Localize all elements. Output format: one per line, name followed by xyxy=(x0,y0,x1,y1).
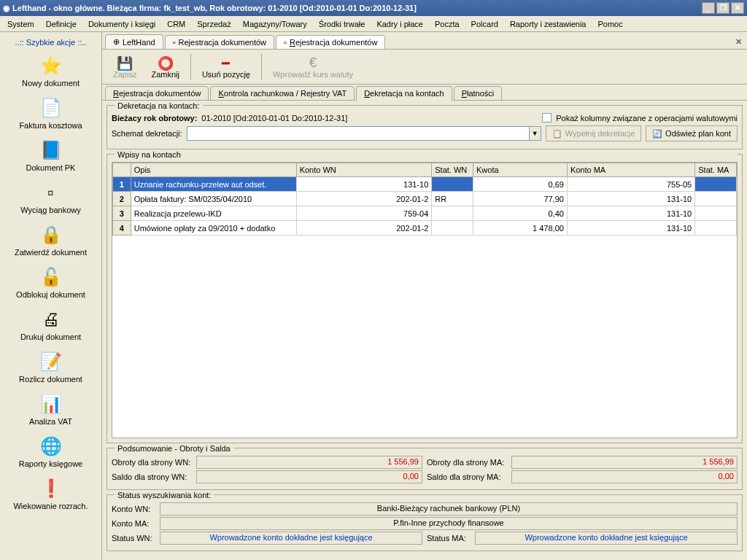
fill-decree-button[interactable]: 📋 Wypełnij dekretacje xyxy=(546,125,641,141)
cell[interactable]: 0,69 xyxy=(473,177,568,192)
cell[interactable]: 131-10 xyxy=(567,192,694,206)
tab-label: Rejestracja dokumentów xyxy=(290,38,377,47)
refresh-plan-button[interactable]: 🔄 Odśwież plan kont xyxy=(646,125,738,141)
sidebar-rozlicz-dokument[interactable]: 📝Rozlicz dokument xyxy=(0,346,101,388)
cell[interactable]: 131-10 xyxy=(567,206,694,221)
doctab-rejestracja-dokument-w[interactable]: ▫Rejestracja dokumentów xyxy=(165,35,274,49)
sidebar-odblokuj-dokument[interactable]: 🔓Odblokuj dokument xyxy=(0,261,101,303)
sidebar-zatwierd-dokument[interactable]: 🔒Zatwierdź dokument xyxy=(0,219,101,261)
sidebar-icon: 📘 xyxy=(39,139,63,162)
status-wn-value: Wprowadzone konto dokładne jest księgują… xyxy=(160,532,422,545)
status-ma-label: Status MA: xyxy=(427,534,471,542)
cell[interactable]: 755-05 xyxy=(567,177,694,192)
currency-rate-button[interactable]: € Wprowadź kurs waluty xyxy=(266,53,360,81)
cell[interactable]: 202-01-2 xyxy=(296,192,432,206)
status-title: Status wyszukiwania kont: xyxy=(115,491,214,499)
sidebar-raporty-ksi-gowe[interactable]: 🌐Raporty księgowe xyxy=(0,430,101,472)
menu-dokumenty-i-ksi-gi[interactable]: Dokumenty i księgi xyxy=(84,18,160,30)
table-row[interactable]: 3Realizacja przelewu-IKD759-040,40131-10 xyxy=(113,206,737,221)
col-stat-wn[interactable]: Stat. WN xyxy=(432,163,473,177)
sidebar-analiza-vat[interactable]: 📊Analiza VAT xyxy=(0,388,101,430)
cell[interactable]: Realizacja przelewu-IKD xyxy=(131,206,296,221)
document-tabs: ⊕LeftHand▫Rejestracja dokumentów▫Rejestr… xyxy=(102,32,747,50)
cell[interactable]: Opłata faktury: SM/0235/04/2010 xyxy=(131,192,296,206)
cell[interactable]: 3 xyxy=(113,206,131,221)
menu-definicje[interactable]: Definicje xyxy=(42,18,81,30)
schema-select[interactable]: ▼ xyxy=(187,126,541,141)
cell[interactable] xyxy=(432,177,473,192)
subtab-p-atno-ci[interactable]: Płatności xyxy=(454,86,503,101)
sidebar-faktura-kosztowa[interactable]: 📄Faktura kosztowa xyxy=(0,92,101,134)
cell[interactable] xyxy=(432,221,473,236)
menu-polcard[interactable]: Polcard xyxy=(467,18,503,30)
cell[interactable]: RR xyxy=(432,192,473,206)
menu-pomoc[interactable]: Pomoc xyxy=(593,18,627,30)
col-rownum[interactable] xyxy=(113,163,131,177)
table-row[interactable]: 2Opłata faktury: SM/0235/04/2010202-01-2… xyxy=(113,192,737,206)
save-button[interactable]: 💾 Zapisz xyxy=(107,53,143,81)
sidebar-icon: ▫ xyxy=(39,181,63,204)
subtab-dekretacja-na-kontach[interactable]: Dekretacja na kontach xyxy=(356,86,452,101)
cell[interactable]: 77,90 xyxy=(473,192,568,206)
subtab-rejestracja-dokument-w[interactable]: Rejestracja dokumentów xyxy=(105,86,209,101)
cell[interactable]: 2 xyxy=(113,192,131,206)
maximize-button[interactable]: ❐ xyxy=(716,2,729,14)
col-konto-wn[interactable]: Konto WN xyxy=(296,163,432,177)
dropdown-arrow-icon: ▼ xyxy=(529,127,541,140)
konto-wn-value: Banki-Bieżący rachunek bankowy (PLN) xyxy=(160,502,738,516)
close-button[interactable]: ✕ xyxy=(731,2,744,14)
sidebar-drukuj-dokument[interactable]: 🖨Drukuj dokument xyxy=(0,303,101,346)
minus-icon: ━ xyxy=(222,55,230,70)
menu--rodki-trwa-e[interactable]: Środki trwałe xyxy=(314,18,370,30)
sidebar-wyci-g-bankowy[interactable]: ▫Wyciąg bankowy xyxy=(0,176,101,219)
sidebar-dokument-pk[interactable]: 📘Dokument PK xyxy=(0,134,101,176)
cell[interactable] xyxy=(695,221,737,236)
menu-system[interactable]: System xyxy=(3,18,39,30)
paste-icon: 📋 xyxy=(552,129,562,139)
table-row[interactable]: 4Umówione opłaty za 09/2010 + dodatko202… xyxy=(113,221,737,236)
cell[interactable]: 1 478,00 xyxy=(473,221,568,236)
cell[interactable]: 1 xyxy=(113,177,131,192)
close-tab-icon[interactable]: ✕ xyxy=(732,37,744,49)
col-opis[interactable]: Opis xyxy=(131,163,296,177)
menu-magazyny-towary[interactable]: Magazyny/Towary xyxy=(239,18,311,30)
table-row[interactable]: 1Uznanie rachunku-przelew aut odset.131-… xyxy=(113,177,737,192)
cell[interactable]: 131-10 xyxy=(567,221,694,236)
cell[interactable]: 202-01-2 xyxy=(296,221,432,236)
cell[interactable]: Umówione opłaty za 09/2010 + dodatko xyxy=(131,221,296,236)
cell[interactable]: 4 xyxy=(113,221,131,236)
close-doc-button[interactable]: ⭕ Zamknij xyxy=(144,53,186,81)
doctab-lefthand[interactable]: ⊕LeftHand xyxy=(105,34,163,49)
quick-actions-sidebar: ..:: Szybkie akcje ::.. ⭐Nowy dokument📄F… xyxy=(0,32,102,560)
tab-icon: ▫ xyxy=(284,38,287,47)
sidebar-nowy-dokument[interactable]: ⭐Nowy dokument xyxy=(0,50,101,92)
col-stat-ma[interactable]: Stat. MA xyxy=(695,163,737,177)
menu-sprzeda-[interactable]: Sprzedaż xyxy=(193,18,235,30)
menu-crm[interactable]: CRM xyxy=(163,18,190,30)
cell[interactable] xyxy=(695,192,737,206)
cell[interactable] xyxy=(695,177,737,192)
col-kwota[interactable]: Kwota xyxy=(473,163,568,177)
minimize-button[interactable]: _ xyxy=(702,2,715,14)
year-value: 01-2010 [Od:2010-01-01 Do:2010-12-31] xyxy=(201,114,347,122)
cell[interactable]: Uznanie rachunku-przelew aut odset. xyxy=(131,177,296,192)
cell[interactable] xyxy=(432,206,473,221)
cell[interactable]: 0,40 xyxy=(473,206,568,221)
obroty-ma-label: Obroty dla strony MA: xyxy=(427,458,507,467)
cell[interactable]: 131-10 xyxy=(296,177,432,192)
sidebar-wiekowanie-rozrach-[interactable]: ❗Wiekowanie rozrach. xyxy=(0,472,101,515)
menu-kadry-i-p-ace[interactable]: Kadry i płace xyxy=(372,18,427,30)
doctab-rejestracja-dokument-w[interactable]: ▫Rejestracja dokumentów xyxy=(276,35,385,49)
menu-raporty-i-zestawienia[interactable]: Raporty i zestawienia xyxy=(506,18,591,30)
subtab-kontrola-rachunkowa-rejestry-vat[interactable]: Kontrola rachunkowa / Rejestry VAT xyxy=(210,86,355,101)
cell[interactable]: 759-04 xyxy=(296,206,432,221)
show-currency-cols-checkbox[interactable] xyxy=(542,113,551,122)
col-konto-ma[interactable]: Konto MA xyxy=(567,163,694,177)
delete-row-button[interactable]: ━ Usuń pozycję xyxy=(196,53,257,81)
entries-table[interactable]: OpisKonto WNStat. WNKwotaKonto MAStat. M… xyxy=(112,163,737,236)
konto-ma-label: Konto MA: xyxy=(112,519,155,528)
cell[interactable] xyxy=(695,206,737,221)
menu-poczta[interactable]: Poczta xyxy=(430,18,464,30)
sidebar-label: Wyciąg bankowy xyxy=(20,206,80,214)
show-currency-cols-label: Pokaż kolumny związane z operacjami walu… xyxy=(556,114,738,122)
